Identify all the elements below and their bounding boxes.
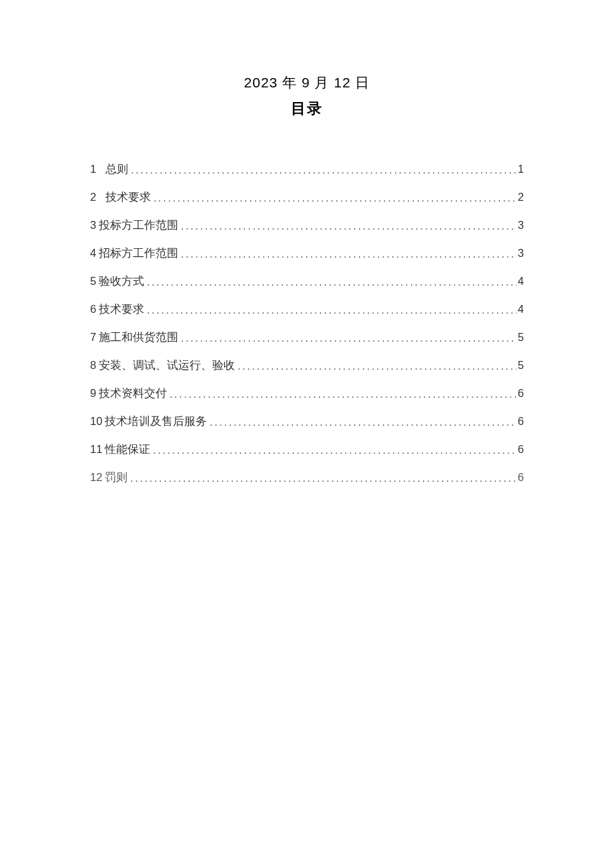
toc-item-page: 1 <box>517 163 524 175</box>
toc-item[interactable]: 3投标方工作范围3 <box>90 218 524 233</box>
toc-item-number: 6 <box>90 303 96 316</box>
toc-item-page: 6 <box>517 387 524 400</box>
toc-item-number: 5 <box>90 275 96 288</box>
toc-dots <box>181 220 517 232</box>
toc-item-number: 1 <box>90 163 96 175</box>
document-title: 目录 <box>90 99 524 119</box>
toc-dots <box>170 388 517 400</box>
document-header: 2023 年 9 月 12 日 目录 <box>90 73 524 119</box>
toc-item-number: 9 <box>90 387 96 400</box>
toc-dots <box>154 192 517 203</box>
document-date: 2023 年 9 月 12 日 <box>90 73 524 92</box>
toc-item-label: 技术要求 <box>105 190 151 205</box>
toc-item[interactable]: 4招标方工作范围3 <box>90 246 524 261</box>
toc-item-page: 4 <box>517 303 524 316</box>
toc-item-label: 总则 <box>105 162 128 177</box>
toc-dots <box>210 416 516 428</box>
toc-item-page: 5 <box>517 359 524 372</box>
toc-item[interactable]: 9技术资料交付6 <box>90 386 524 401</box>
document-page: 2023 年 9 月 12 日 目录 1总则12技术要求23投标方工作范围34招… <box>0 0 614 485</box>
toc-item-page: 6 <box>517 471 524 484</box>
toc-item[interactable]: 11性能保证6 <box>90 442 524 457</box>
toc-item-number: 3 <box>90 219 96 232</box>
toc-item-page: 2 <box>517 191 524 203</box>
toc-item[interactable]: 10技术培训及售后服务6 <box>90 414 524 429</box>
toc-item-page: 5 <box>517 331 524 344</box>
toc-item-label: 验收方式 <box>99 274 144 289</box>
toc-item-number: 2 <box>90 191 96 203</box>
toc-dots <box>238 360 517 372</box>
toc-item-label: 罚则 <box>105 470 127 485</box>
toc-dots <box>147 304 517 316</box>
toc-item-number: 8 <box>90 359 96 372</box>
toc-item[interactable]: 7施工和供货范围5 <box>90 330 524 345</box>
toc-item[interactable]: 5验收方式4 <box>90 274 524 289</box>
toc-item[interactable]: 6技术要求4 <box>90 302 524 317</box>
toc-item-page: 4 <box>517 275 524 288</box>
toc-item-number: 4 <box>90 247 96 260</box>
toc-dots <box>153 444 516 456</box>
toc-item-page: 6 <box>517 443 524 456</box>
toc-dots <box>131 164 517 175</box>
toc-item-label: 施工和供货范围 <box>99 330 178 345</box>
toc-item[interactable]: 2技术要求2 <box>90 190 524 205</box>
toc-item-page: 3 <box>517 247 524 260</box>
toc-item-number: 10 <box>90 415 102 428</box>
toc-item-label: 投标方工作范围 <box>99 218 178 233</box>
toc-dots <box>130 472 516 484</box>
toc-item-number: 7 <box>90 331 96 344</box>
toc-item-label: 技术培训及售后服务 <box>105 414 207 429</box>
toc-item[interactable]: 12罚则6 <box>90 470 524 485</box>
toc-item-number: 11 <box>90 443 102 456</box>
toc-item-label: 技术资料交付 <box>99 386 167 401</box>
table-of-contents: 1总则12技术要求23投标方工作范围34招标方工作范围35验收方式46技术要求4… <box>90 162 524 485</box>
toc-item-label: 性能保证 <box>105 442 150 457</box>
toc-dots <box>181 332 517 344</box>
toc-dots <box>147 276 517 288</box>
toc-item-number: 12 <box>90 471 102 484</box>
toc-item[interactable]: 1总则1 <box>90 162 524 177</box>
toc-item-label: 安装、调试、试运行、验收 <box>99 358 235 373</box>
toc-item[interactable]: 8安装、调试、试运行、验收5 <box>90 358 524 373</box>
toc-item-label: 技术要求 <box>99 302 144 317</box>
toc-item-page: 3 <box>517 219 524 232</box>
toc-dots <box>181 248 517 260</box>
toc-item-label: 招标方工作范围 <box>99 246 178 261</box>
toc-item-page: 6 <box>517 415 524 428</box>
